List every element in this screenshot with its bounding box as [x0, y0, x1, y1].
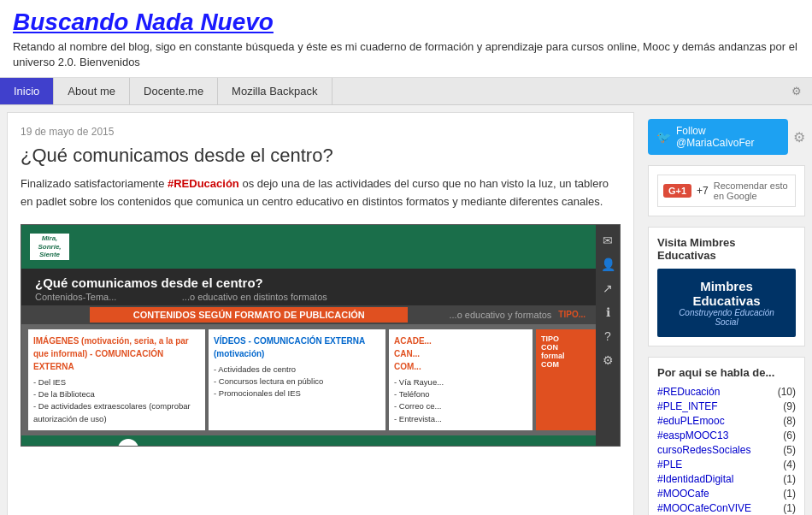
padlet-col1-title: IMÁGENES (motivación, seria, a la par qu…: [33, 334, 200, 373]
tag-link[interactable]: #REDucación: [657, 386, 720, 398]
nav-item-about[interactable]: About me: [54, 78, 130, 104]
padlet-col-2: VÍDEOS - COMUNICACIÓN EXTERNA (motivació…: [209, 329, 385, 430]
tag-count: (6): [783, 429, 796, 441]
padlet-col3-title: ACADE...CAN...COM...: [394, 334, 527, 373]
nav-bar: Inicio About me Docente.me Mozilla Backp…: [0, 78, 812, 105]
tag-count: (4): [783, 459, 796, 471]
tag-link[interactable]: #PLE: [657, 459, 682, 471]
mimbres-title: Mimbres Educativas: [668, 279, 786, 308]
tags-title: Por aqui se habla de...: [657, 366, 796, 379]
padlet-banner: CONTENIDOS SEGÚN FORMATO DE PUBLICACIÓN: [90, 307, 408, 323]
tag-count: (1): [783, 488, 796, 500]
sidebar: 🐦 Follow @MariaCaIvoFer ⚙ G+1 +7 Recomen…: [641, 105, 812, 515]
tag-count: (10): [778, 386, 796, 398]
padlet-columns: IMÁGENES (motivación, seria, a la par qu…: [21, 324, 620, 435]
tag-link[interactable]: cursoRedesSociales: [657, 444, 750, 456]
tag-item: #easpMOOC13(6): [657, 429, 796, 441]
main-layout: 19 de mayo de 2015 ¿Qué comunicamos desd…: [0, 105, 812, 515]
tag-link[interactable]: #eduPLEmooc: [657, 415, 725, 427]
tag-count: (1): [783, 502, 796, 514]
padlet-col3-body: - Vía Rayue...- Teléfono- Correo ce...- …: [394, 376, 527, 425]
padlet-header: Mira,Sonríe,Siente: [21, 225, 620, 269]
post-date: 19 de mayo de 2015: [21, 126, 621, 138]
tag-item: #REDucación(10): [657, 386, 796, 398]
tag-item: #PLE(4): [657, 459, 796, 471]
padlet-main-title: ¿Qué comunicamos desde el centro?: [28, 275, 613, 290]
user-icon[interactable]: 👤: [601, 258, 615, 271]
post-body: Finalizado satisfactoriamente #REDucació…: [21, 175, 621, 211]
share-icon[interactable]: ✉: [603, 234, 613, 247]
tag-item: #MOOCafeConVIVE(1): [657, 502, 796, 514]
padlet-col-3: ACADE...CAN...COM... - Vía Rayue...- Tel…: [389, 329, 533, 430]
padlet-col-1: IMÁGENES (motivación, seria, a la par qu…: [28, 329, 205, 430]
twitter-follow-label: Follow @MariaCaIvoFer: [676, 125, 780, 149]
settings-icon[interactable]: ⚙: [603, 353, 614, 367]
padlet-col1-body: - Del IES- De la Biblioteca- De activida…: [33, 376, 200, 425]
post-title: ¿Qué comunicamos desde el centro?: [21, 145, 621, 167]
tag-item: cursoRedesSociales(5): [657, 444, 796, 456]
padlet-overlay-bar: ✉ 👤 ↗ ℹ ? ⚙: [596, 225, 620, 446]
tag-list: #REDucación(10)#PLE_INTEF(9)#eduPLEmooc(…: [657, 386, 796, 514]
tag-link[interactable]: #MOOCafe: [657, 488, 709, 500]
gplus-badge: G+1: [663, 184, 691, 198]
padlet-subtitle: Contenidos-Tema... ...o educativo en dis…: [28, 292, 613, 302]
padlet-col2-body: - Actividades de centro- Concursos lectu…: [214, 364, 380, 400]
gplus-widget: G+1 +7 Recomendar esto en Google: [648, 165, 805, 216]
site-title: Buscando Nada Nuevo: [13, 9, 799, 36]
tag-item: #PLE_INTEF(9): [657, 400, 796, 412]
nav-item-inicio[interactable]: Inicio: [0, 78, 54, 104]
padlet-logo: Mira,Sonríe,Siente: [28, 232, 613, 262]
info-icon[interactable]: ℹ: [606, 305, 610, 319]
tag-count: (9): [783, 400, 796, 412]
nav-gear-icon[interactable]: ⚙: [781, 78, 812, 104]
mimbres-box[interactable]: Mimbres Educativas Construyendo Educació…: [657, 269, 796, 337]
tag-count: (1): [783, 473, 796, 485]
mimbres-section-title: Visita Mimbres Educativas: [657, 236, 796, 262]
mimbres-subtitle: Construyendo Educación Social: [668, 308, 786, 327]
twitter-bird-icon: 🐦: [656, 130, 671, 144]
nav-item-mozilla[interactable]: Mozilla Backpack: [218, 78, 332, 104]
nav-item-docente[interactable]: Docente.me: [130, 78, 218, 104]
tag-item: #IdentidadDigital(1): [657, 473, 796, 485]
help-icon[interactable]: ?: [604, 329, 611, 343]
tag-item: #eduPLEmooc(8): [657, 415, 796, 427]
content-area: 19 de mayo de 2015 ¿Qué comunicamos desd…: [7, 112, 634, 515]
gplus-box[interactable]: G+1 +7 Recomendar esto en Google: [657, 175, 796, 207]
tag-link[interactable]: #easpMOOC13: [657, 429, 728, 441]
tag-link[interactable]: #MOOCafeConVIVE: [657, 502, 751, 514]
padlet-embed: Mira,Sonríe,Siente ¿Qué comunicamos desd…: [21, 224, 621, 447]
gplus-text: Recomendar esto en Google: [714, 181, 790, 201]
gplus-count: +7: [697, 185, 709, 197]
padlet-logo-box: Mira,Sonríe,Siente: [28, 232, 71, 262]
tag-count: (8): [783, 415, 796, 427]
site-header: Buscando Nada Nuevo Retando al nombre de…: [0, 0, 812, 78]
tag-link[interactable]: #IdentidadDigital: [657, 473, 733, 485]
export-icon[interactable]: ↗: [603, 281, 613, 295]
mimbres-widget: Visita Mimbres Educativas Mimbres Educat…: [648, 227, 805, 346]
twitter-follow-button[interactable]: 🐦 Follow @MariaCaIvoFer: [648, 119, 788, 155]
sidebar-gear-icon[interactable]: ⚙: [793, 129, 805, 145]
padlet-col2-title: VÍDEOS - COMUNICACIÓN EXTERNA (motivació…: [214, 334, 380, 360]
tag-item: #MOOCafe(1): [657, 488, 796, 500]
tags-widget: Por aqui se habla de... #REDucación(10)#…: [648, 357, 805, 515]
site-description: Retando al nombre del blog, sigo en cons…: [13, 39, 799, 70]
tag-link[interactable]: #PLE_INTEF: [657, 400, 718, 412]
tag-count: (5): [783, 444, 796, 456]
